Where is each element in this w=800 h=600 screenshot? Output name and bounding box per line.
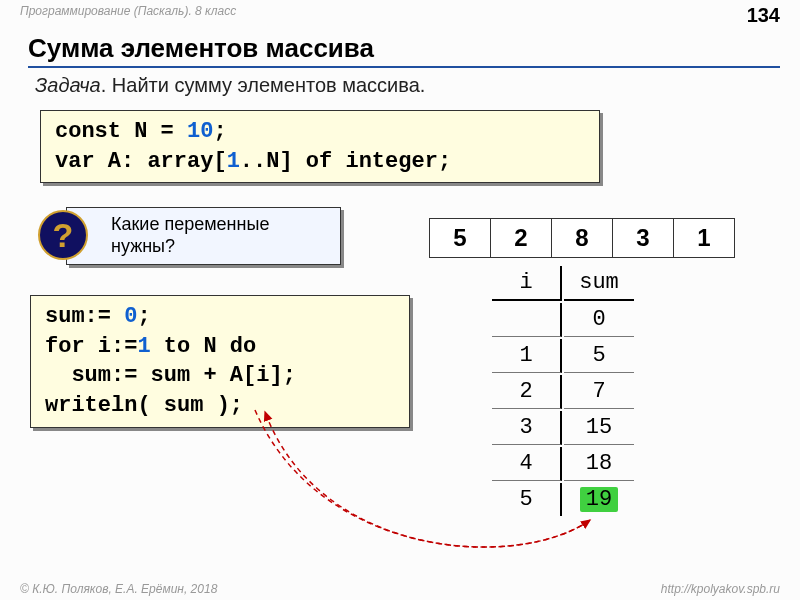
array-cell: 5 [429,218,491,258]
slide-header: Программирование (Паскаль). 8 класс 134 [0,0,800,27]
task-text: . Найти сумму элементов массива. [101,74,426,96]
final-sum-highlight: 19 [580,487,618,512]
task-line: Задача. Найти сумму элементов массива. [35,74,800,97]
course-label: Программирование (Паскаль). 8 класс [20,4,236,27]
slide-footer: © К.Ю. Поляков, Е.А. Ерёмин, 2018 http:/… [0,582,800,596]
trace-table: i sum 0 15 27 315 418 5 19 [490,264,636,518]
array-cell: 2 [490,218,552,258]
task-prefix: Задача [35,74,101,96]
page-number: 134 [747,4,780,27]
code-sum-loop: sum:= 0; for i:=1 to N do sum:= sum + A[… [30,295,410,428]
trace-head-i: i [492,266,562,301]
array-cell: 3 [612,218,674,258]
array-values: 5 2 8 3 1 [430,218,735,258]
code-declaration: const N = 10; var A: array[1..N] of inte… [40,110,600,183]
question-icon: ? [38,210,88,260]
array-cell: 8 [551,218,613,258]
page-title: Сумма элементов массива [28,33,780,68]
copyright: © К.Ю. Поляков, Е.А. Ерёмин, 2018 [20,582,217,596]
question-box: Какие переменные нужны? [66,207,341,265]
trace-head-sum: sum [564,266,634,301]
footer-url: http://kpolyakov.spb.ru [661,582,780,596]
array-cell: 1 [673,218,735,258]
